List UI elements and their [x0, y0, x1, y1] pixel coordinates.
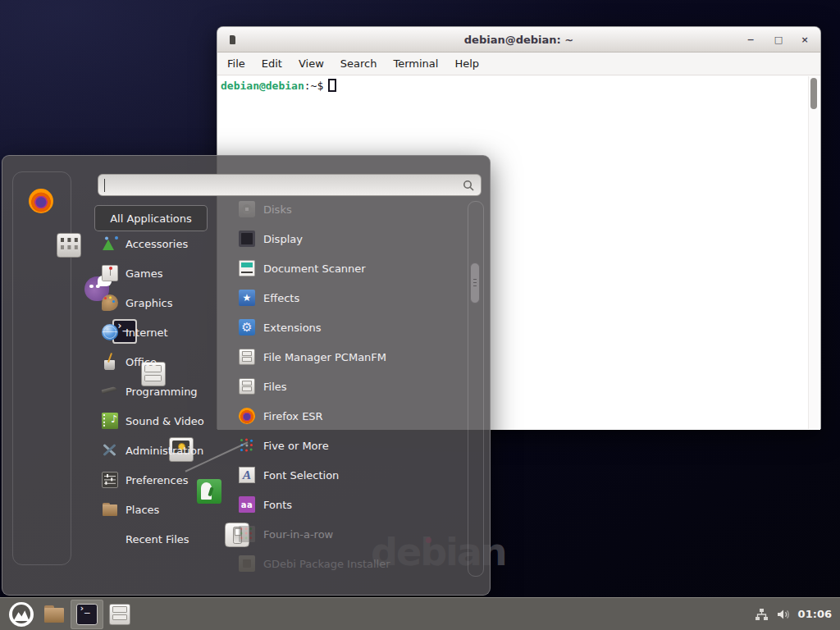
prompt-symbol: $	[317, 80, 323, 92]
menu-logo-icon	[9, 602, 34, 627]
window-title: debian@debian: ~	[464, 34, 573, 46]
prompt-user-host: debian@debian	[221, 80, 304, 92]
category-graphics[interactable]: Graphics	[98, 288, 229, 317]
application-menu: All Applications Accessories Games Graph…	[2, 155, 491, 596]
programming-icon	[102, 383, 118, 399]
menu-search[interactable]: Search	[332, 57, 386, 70]
app-disks[interactable]: Disks	[239, 194, 465, 224]
menu-terminal[interactable]: Terminal	[385, 57, 446, 70]
folder-icon	[43, 604, 65, 625]
category-places[interactable]: Places	[98, 495, 229, 524]
effects-icon	[239, 290, 255, 306]
terminal-titlebar[interactable]: debian@debian: ~ − □ ×	[217, 27, 820, 52]
display-icon	[239, 231, 255, 247]
network-icon[interactable]	[755, 608, 769, 621]
folder-launcher[interactable]	[38, 600, 71, 629]
firefox-launcher-icon[interactable]	[29, 189, 53, 213]
preferences-icon	[102, 472, 118, 488]
app-document-scanner[interactable]: Document Scanner	[239, 253, 465, 283]
file-cabinet-icon	[239, 378, 255, 395]
application-list: Disks Display Document Scanner Effects E…	[239, 194, 465, 578]
maximize-button[interactable]: □	[768, 27, 789, 52]
menu-scrollbar-thumb[interactable]	[470, 262, 480, 304]
games-icon	[102, 265, 118, 281]
menu-scrollbar[interactable]	[468, 201, 484, 577]
file-cabinet-icon	[109, 604, 130, 625]
window-icon	[230, 35, 235, 44]
system-tray: 01:06	[755, 608, 835, 621]
favorites-rail	[12, 171, 71, 565]
internet-icon	[102, 324, 118, 340]
terminal-scrollbar-thumb[interactable]	[810, 78, 817, 109]
app-four-in-a-row[interactable]: Four-in-a-row	[239, 519, 465, 549]
app-files[interactable]: Files	[239, 372, 465, 401]
volume-icon[interactable]	[776, 608, 791, 621]
app-five-or-more[interactable]: Five or More	[239, 431, 465, 460]
firefox-icon	[239, 408, 255, 424]
search-input[interactable]	[98, 174, 482, 196]
category-programming[interactable]: Programming	[98, 377, 229, 406]
app-fonts[interactable]: Fonts	[239, 490, 465, 519]
document-scanner-icon	[239, 260, 255, 276]
fonts-icon	[239, 496, 255, 513]
app-gdebi-package-installer[interactable]: GDebi Package Installer	[239, 549, 465, 578]
app-file-manager-pcmanfm[interactable]: File Manager PCManFM	[239, 342, 465, 372]
terminal-icon	[76, 604, 98, 625]
category-accessories[interactable]: Accessories	[98, 229, 229, 258]
administration-icon	[102, 442, 118, 459]
category-office[interactable]: Office	[98, 347, 229, 377]
accessories-icon	[102, 235, 118, 252]
app-effects[interactable]: Effects	[239, 283, 465, 313]
search-icon	[462, 179, 476, 193]
sound-video-icon	[102, 413, 118, 429]
files-launcher[interactable]	[103, 600, 136, 629]
menu-file[interactable]: File	[219, 57, 253, 70]
terminal-menubar: File Edit View Search Terminal Help	[217, 52, 820, 75]
terminal-window-button[interactable]	[71, 600, 103, 629]
clock[interactable]: 01:06	[798, 608, 832, 620]
menu-help[interactable]: Help	[446, 57, 487, 70]
category-internet[interactable]: Internet	[98, 317, 229, 347]
all-applications-button[interactable]: All Applications	[94, 205, 208, 231]
folder-icon	[102, 501, 118, 518]
menu-view[interactable]: View	[290, 57, 332, 70]
taskbar: 01:06	[0, 597, 840, 630]
terminal-scrollbar[interactable]	[808, 76, 819, 429]
category-games[interactable]: Games	[98, 258, 229, 288]
gdebi-icon	[239, 555, 255, 572]
disks-icon	[239, 201, 255, 217]
prompt-separator: :	[304, 80, 311, 92]
category-recent-files[interactable]: Recent Files	[98, 524, 229, 554]
app-font-selection[interactable]: Font Selection	[239, 460, 465, 490]
app-extensions[interactable]: Extensions	[239, 313, 465, 342]
minimize-button[interactable]: −	[740, 27, 761, 52]
text-caret	[104, 179, 105, 192]
category-sound-video[interactable]: Sound & Video	[98, 406, 229, 436]
keyboard-launcher-icon[interactable]	[57, 233, 81, 258]
menu-edit[interactable]: Edit	[253, 57, 290, 70]
extensions-icon	[239, 319, 255, 336]
graphics-icon	[102, 294, 118, 311]
terminal-cursor	[328, 79, 336, 92]
app-display[interactable]: Display	[239, 224, 465, 253]
menu-button[interactable]	[5, 600, 38, 629]
app-firefox-esr[interactable]: Firefox ESR	[239, 401, 465, 431]
close-button[interactable]: ×	[794, 27, 815, 52]
office-icon	[102, 354, 118, 370]
category-list: Accessories Games Graphics Internet Offi…	[98, 229, 229, 554]
four-in-a-row-icon	[239, 526, 255, 542]
file-cabinet-icon	[239, 349, 255, 365]
font-selection-icon	[239, 467, 255, 483]
category-preferences[interactable]: Preferences	[98, 465, 229, 495]
